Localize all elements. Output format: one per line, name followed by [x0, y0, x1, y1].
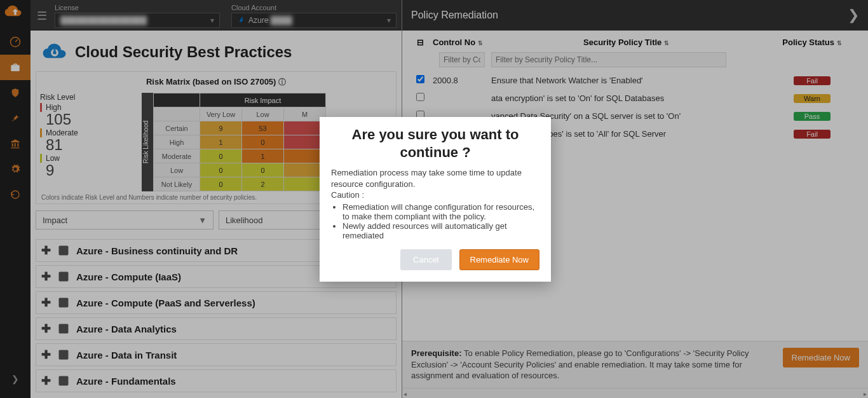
modal-caution: Caution :: [331, 189, 539, 201]
modal-line1: Remediation process may take some time t…: [331, 167, 539, 189]
confirm-remediation-modal: Are you sure you want to continue ? Reme…: [320, 117, 551, 282]
cancel-button[interactable]: Cancel: [400, 249, 451, 270]
modal-title: Are you sure you want to continue ?: [331, 126, 539, 161]
modal-bullet-1: Remediation will change configuration fo…: [342, 202, 539, 221]
modal-bullet-2: Newly added resources will automatically…: [342, 221, 539, 240]
remediate-now-confirm-button[interactable]: Remediate Now: [459, 249, 540, 270]
